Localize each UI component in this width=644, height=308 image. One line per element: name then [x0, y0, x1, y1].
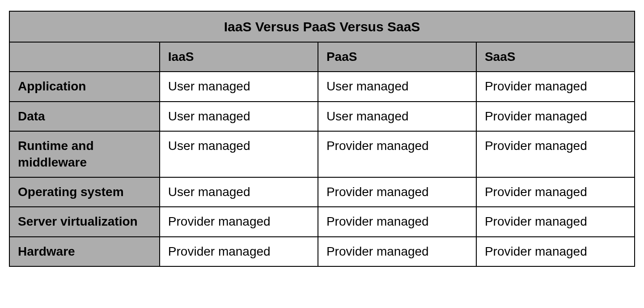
- cell-saas: Provider managed: [476, 72, 635, 101]
- header-row: IaaS PaaS SaaS: [9, 42, 635, 72]
- cell-saas: Provider managed: [476, 207, 635, 236]
- cell-iaas: Provider managed: [160, 237, 318, 266]
- cell-paas: Provider managed: [318, 177, 476, 207]
- cell-saas: Provider managed: [476, 131, 635, 177]
- cell-iaas: User managed: [160, 131, 318, 177]
- row-label: Application: [9, 72, 160, 101]
- table-row: Server virtualization Provider managed P…: [9, 207, 635, 236]
- table-row: Data User managed User managed Provider …: [9, 102, 635, 131]
- cell-saas: Provider managed: [476, 177, 635, 207]
- cell-iaas: Provider managed: [160, 207, 318, 236]
- table-row: Runtime and middleware User managed Prov…: [9, 131, 635, 177]
- col-header-paas: PaaS: [318, 42, 476, 72]
- cell-paas: User managed: [318, 72, 476, 101]
- col-header-empty: [9, 42, 160, 72]
- cell-saas: Provider managed: [476, 237, 635, 266]
- cell-saas: Provider managed: [476, 102, 635, 131]
- table-row: Operating system User managed Provider m…: [9, 177, 635, 207]
- cell-paas: User managed: [318, 102, 476, 131]
- cell-iaas: User managed: [160, 177, 318, 207]
- cell-iaas: User managed: [160, 72, 318, 101]
- row-label: Runtime and middleware: [9, 131, 160, 177]
- title-row: IaaS Versus PaaS Versus SaaS: [9, 11, 635, 42]
- table-row: Hardware Provider managed Provider manag…: [9, 237, 635, 266]
- row-label: Hardware: [9, 237, 160, 266]
- comparison-table: IaaS Versus PaaS Versus SaaS IaaS PaaS S…: [9, 11, 635, 267]
- row-label: Server virtualization: [9, 207, 160, 236]
- cell-paas: Provider managed: [318, 131, 476, 177]
- table-row: Application User managed User managed Pr…: [9, 72, 635, 101]
- table-title: IaaS Versus PaaS Versus SaaS: [9, 11, 635, 42]
- cell-paas: Provider managed: [318, 207, 476, 236]
- row-label: Operating system: [9, 177, 160, 207]
- cell-iaas: User managed: [160, 102, 318, 131]
- col-header-iaas: IaaS: [160, 42, 318, 72]
- cell-paas: Provider managed: [318, 237, 476, 266]
- row-label: Data: [9, 102, 160, 131]
- col-header-saas: SaaS: [476, 42, 635, 72]
